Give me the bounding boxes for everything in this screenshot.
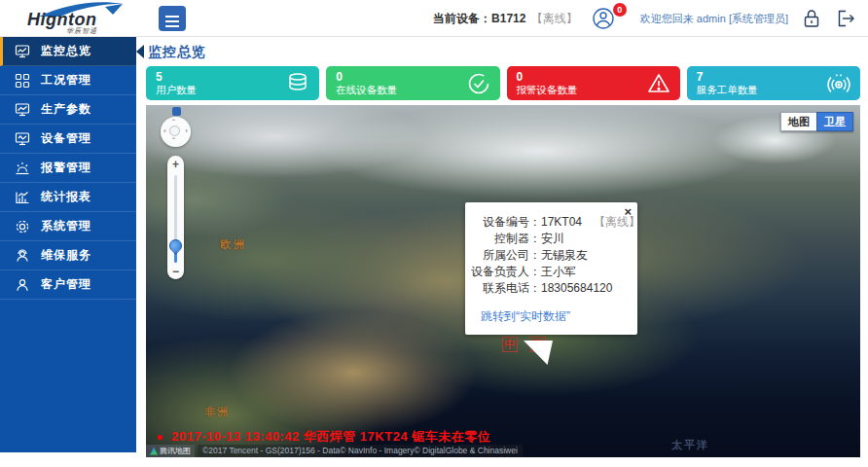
sidebar: 监控总览 工况管理 生产参数 设备管理 报警管理 统计报表 系统管理 维保服务 [0, 37, 136, 452]
device-management-icon [15, 131, 30, 147]
alarm-icon [15, 161, 30, 176]
top-header: Hignton 华辰智通 当前设备：B1712 【离线】 0 欢迎您回来 adm… [0, 0, 868, 37]
header-right: 当前设备：B1712 【离线】 0 欢迎您回来 admin [系统管理员] [433, 0, 856, 37]
attribution-text: ©2017 Tencent - GS(2017)156 - Data© NavI… [198, 445, 523, 457]
check-circle-icon [466, 71, 491, 96]
current-device: 当前设备：B1712 【离线】 [433, 11, 578, 27]
stat-cards: 5 用户数量 0 在线设备数量 0 报警设备数量 7 服务工单数量 [146, 66, 860, 100]
zoom-slider-knob[interactable] [166, 236, 184, 254]
popup-row-phone: 联系电话：18305684120 [471, 280, 628, 297]
map-provider-logo[interactable]: 腾讯地图 [146, 445, 195, 457]
map-pan-control[interactable]: ˆ ˇ ‹ › [161, 117, 191, 147]
popup-row-owner: 设备负责人：王小军 [471, 264, 628, 280]
broadcast-icon [826, 71, 851, 96]
alarm-ticker[interactable]: 2017-10-13 13:40:42 华西焊管 17KT24 锯车未在零位 [158, 428, 490, 446]
stat-card-online-devices[interactable]: 0 在线设备数量 [326, 66, 499, 100]
popup-row-device-id: 设备编号：17KT04【离线】 [471, 214, 628, 231]
pan-left-icon[interactable]: ‹ [163, 127, 166, 135]
sidebar-item-production-params[interactable]: 生产参数 [0, 95, 136, 125]
sidebar-toggle-button[interactable] [159, 6, 186, 31]
zoom-out-button[interactable]: − [167, 265, 184, 278]
sidebar-item-work-condition[interactable]: 工况管理 [0, 66, 136, 95]
alert-dot-icon [158, 435, 163, 440]
map-type-satellite-button[interactable]: 卫星 [816, 112, 853, 131]
popup-row-company: 所属公司：无锡泉友 [471, 247, 628, 264]
maintenance-support-icon [15, 248, 30, 264]
sidebar-item-maintenance-service[interactable]: 维保服务 [0, 241, 136, 270]
sidebar-item-customer-management[interactable]: 客户管理 [0, 270, 136, 300]
monitor-overview-icon [15, 44, 30, 59]
geo-label-africa: 非洲 [204, 405, 230, 419]
welcome-text: 欢迎您回来 admin [系统管理员] [640, 12, 788, 26]
work-condition-grid-icon [15, 73, 30, 89]
geo-label-pacific: 太平洋 [671, 438, 709, 452]
pegman-icon[interactable] [172, 107, 181, 116]
map-zoom-control: + − [167, 156, 184, 279]
production-params-icon [15, 102, 30, 118]
stat-card-users[interactable]: 5 用户数量 [146, 66, 319, 100]
pan-down-icon[interactable]: ˇ [172, 137, 175, 145]
warning-triangle-icon [646, 71, 671, 96]
stat-card-alarm-devices[interactable]: 0 报警设备数量 [507, 66, 680, 100]
logout-icon[interactable] [835, 8, 856, 29]
gear-icon [15, 219, 30, 234]
sidebar-item-system-management[interactable]: 系统管理 [0, 212, 136, 241]
geo-label-europe: 欧洲 [220, 237, 247, 252]
device-info-popup: × 设备编号：17KT04【离线】 控制器：安川 所属公司：无锡泉友 设备负责人… [465, 202, 637, 335]
main-content: 监控总览 5 用户数量 0 在线设备数量 0 报警设备数量 7 服务工单数量 [146, 37, 860, 467]
menu-icon [165, 16, 179, 27]
alert-text: 2017-10-13 13:40:42 华西焊管 17KT24 锯车未在零位 [171, 428, 490, 446]
popup-close-icon[interactable]: × [624, 205, 632, 218]
map-type-map-button[interactable]: 地图 [780, 112, 816, 131]
map-type-toggle: 地图 卫星 [780, 112, 853, 131]
sidebar-item-stats-report[interactable]: 统计报表 [0, 183, 136, 212]
sidebar-item-monitor-overview[interactable]: 监控总览 [0, 37, 136, 66]
user-circle-icon [592, 7, 615, 30]
lock-icon[interactable] [802, 8, 821, 29]
username: admin [系统管理员] [697, 13, 788, 24]
pan-center[interactable] [169, 126, 180, 136]
current-device-status: 【离线】 [531, 12, 578, 25]
tencent-map-icon [150, 448, 158, 455]
sidebar-item-device-management[interactable]: 设备管理 [0, 125, 136, 154]
stats-chart-icon [15, 190, 30, 205]
popup-row-controller: 控制器：安川 [471, 231, 628, 247]
notification-badge[interactable]: 0 [613, 3, 627, 17]
brand-logo: Hignton 华辰智通 [10, 1, 146, 36]
realtime-data-link[interactable]: 跳转到“实时数据” [481, 308, 570, 325]
customer-person-icon [15, 277, 30, 293]
sidebar-item-alarm-management[interactable]: 报警管理 [0, 154, 136, 183]
popup-tail [524, 341, 553, 365]
page-title: 监控总览 [148, 44, 206, 61]
pan-right-icon[interactable]: › [185, 127, 188, 135]
map-canvas[interactable]: ˆ ˇ ‹ › + − 地图 卫星 欧洲 非洲 中 国 太平洋 [146, 105, 860, 457]
current-device-value: B1712 [491, 12, 525, 25]
map-attribution: 腾讯地图 ©2017 Tencent - GS(2017)156 - Data©… [146, 445, 523, 457]
user-menu[interactable]: 0 [592, 7, 627, 30]
current-device-label: 当前设备： [433, 12, 491, 25]
stat-card-service-orders[interactable]: 7 服务工单数量 [687, 66, 860, 100]
zoom-in-button[interactable]: + [167, 158, 184, 171]
database-icon [285, 71, 310, 96]
page: Hignton 华辰智通 当前设备：B1712 【离线】 0 欢迎您回来 adm… [0, 0, 868, 467]
logo-subtitle: 华辰智通 [66, 26, 97, 36]
